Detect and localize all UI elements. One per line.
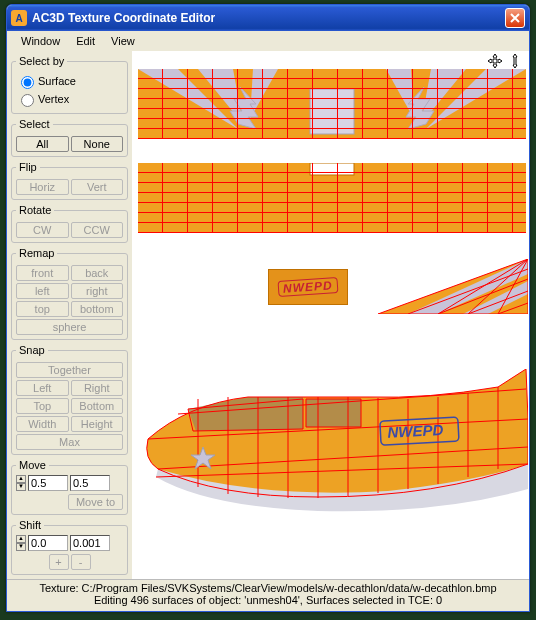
remap-right-button[interactable]: right (71, 283, 124, 299)
legend-move: Move (16, 459, 49, 471)
snap-left-button[interactable]: Left (16, 380, 69, 396)
move-y-input[interactable] (70, 475, 110, 491)
menubar: Window Edit View (7, 31, 529, 51)
sidebar: Select by Surface Vertex Select All None (7, 51, 132, 580)
remap-bottom-button[interactable]: bottom (71, 301, 124, 317)
legend-select: Select (16, 118, 53, 130)
rotate-ccw-button[interactable]: CCW (71, 222, 124, 238)
legend-rotate: Rotate (16, 204, 54, 216)
status-bar: Texture: C:/Program Files/SVKSystems/Cle… (7, 579, 529, 611)
remap-left-button[interactable]: left (16, 283, 69, 299)
shift-x-spinner[interactable]: ▲▼ (16, 535, 26, 551)
legend-flip: Flip (16, 161, 40, 173)
window-title: AC3D Texture Coordinate Editor (32, 11, 505, 25)
shift-minus-button[interactable]: - (71, 554, 91, 570)
remap-sphere-button[interactable]: sphere (16, 319, 123, 335)
legend-select-by: Select by (16, 55, 67, 67)
panel-remap: Remap front back left right top bottom s… (11, 247, 128, 340)
legend-shift: Shift (16, 519, 44, 531)
snap-top-button[interactable]: Top (16, 398, 69, 414)
menu-edit[interactable]: Edit (68, 33, 103, 49)
flip-vert-button[interactable]: Vert (71, 179, 124, 195)
move-to-button[interactable]: Move to (68, 494, 123, 510)
select-all-button[interactable]: All (16, 136, 69, 152)
panel-select: Select All None (11, 118, 128, 157)
panel-flip: Flip Horiz Vert (11, 161, 128, 200)
shift-y-input[interactable] (70, 535, 110, 551)
panel-shift: Shift ▲▼ + - (11, 519, 128, 575)
remap-front-button[interactable]: front (16, 265, 69, 281)
panel-move: Move ▲▼ Move to (11, 459, 128, 515)
snap-max-button[interactable]: Max (16, 434, 123, 450)
snap-right-button[interactable]: Right (71, 380, 124, 396)
snap-height-button[interactable]: Height (71, 416, 124, 432)
select-none-button[interactable]: None (71, 136, 124, 152)
flip-horiz-button[interactable]: Horiz (16, 179, 69, 195)
panel-rotate: Rotate CW CCW (11, 204, 128, 243)
app-window: A AC3D Texture Coordinate Editor Window … (6, 4, 530, 612)
titlebar: A AC3D Texture Coordinate Editor (7, 5, 529, 31)
label-surface: Surface (38, 75, 76, 87)
snap-together-button[interactable]: Together (16, 362, 123, 378)
status-edit-info: Editing 496 surfaces of object: 'unmesh0… (7, 594, 529, 606)
remap-top-button[interactable]: top (16, 301, 69, 317)
move-x-spinner[interactable]: ▲▼ (16, 475, 26, 491)
panel-snap: Snap Together Left Right Top Bottom Widt… (11, 344, 128, 455)
shift-x-input[interactable] (28, 535, 68, 551)
menu-view[interactable]: View (103, 33, 143, 49)
fuselage-mesh: NWEPD (138, 369, 528, 519)
menu-window[interactable]: Window (13, 33, 68, 49)
status-texture-path: Texture: C:/Program Files/SVKSystems/Cle… (7, 582, 529, 594)
snap-width-button[interactable]: Width (16, 416, 69, 432)
label-vertex: Vertex (38, 93, 69, 105)
uv-canvas[interactable]: NWEPD (132, 51, 529, 580)
shift-plus-button[interactable]: + (49, 554, 69, 570)
radio-surface[interactable] (21, 76, 34, 89)
close-button[interactable] (505, 8, 525, 28)
texture-view: NWEPD (138, 69, 529, 580)
logo-text: NWEPD (278, 277, 339, 297)
snap-bottom-button[interactable]: Bottom (71, 398, 124, 414)
legend-snap: Snap (16, 344, 48, 356)
rotate-cw-button[interactable]: CW (16, 222, 69, 238)
app-icon: A (11, 10, 27, 26)
logo-panel: NWEPD (268, 269, 348, 305)
remap-back-button[interactable]: back (71, 265, 124, 281)
radio-vertex[interactable] (21, 94, 34, 107)
fuselage-logo: NWEPD (387, 421, 444, 441)
panel-select-by: Select by Surface Vertex (11, 55, 128, 114)
legend-remap: Remap (16, 247, 57, 259)
move-x-input[interactable] (28, 475, 68, 491)
